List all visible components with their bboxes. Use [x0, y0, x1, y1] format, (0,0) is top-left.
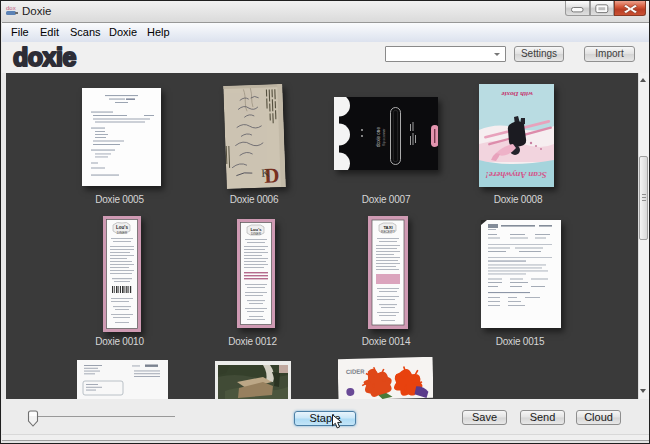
svg-text:CIDER: CIDER	[346, 369, 365, 376]
svg-text:DINER: DINER	[117, 231, 128, 235]
svg-text:doxie: doxie	[13, 43, 76, 71]
svg-text:doxie one: doxie one	[376, 127, 381, 147]
svg-text:with Doxie: with Doxie	[501, 90, 532, 98]
svg-text:Scan Anywhere!: Scan Anywhere!	[485, 170, 546, 180]
svg-text:Lou's: Lou's	[116, 225, 128, 230]
svg-text:K: K	[261, 167, 269, 179]
svg-text:dox: dox	[6, 5, 16, 11]
svg-text:RECEIPT: RECEIPT	[381, 230, 395, 234]
svg-text:DINER: DINER	[251, 232, 262, 236]
svg-text:flip scanner: flip scanner	[382, 127, 386, 145]
